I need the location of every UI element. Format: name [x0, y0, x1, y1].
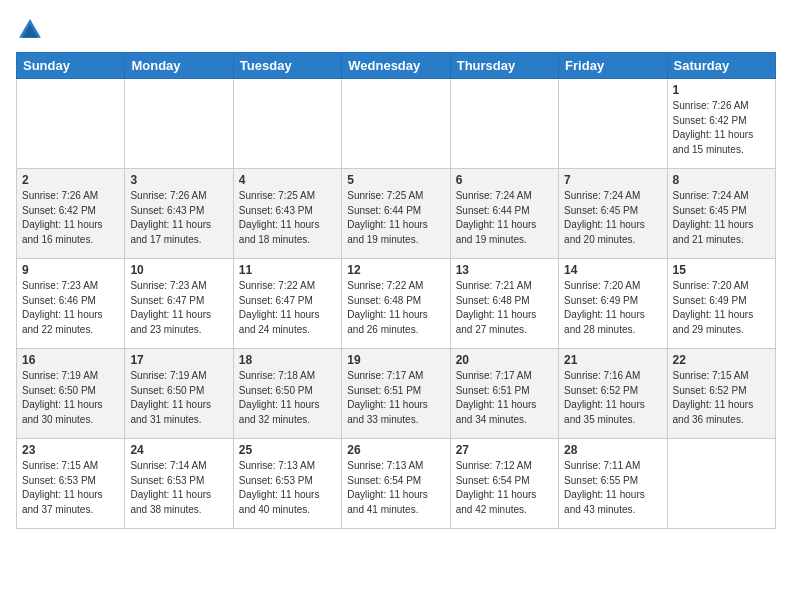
day-number: 17 [130, 353, 227, 367]
day-number: 6 [456, 173, 553, 187]
calendar-cell: 22Sunrise: 7:15 AM Sunset: 6:52 PM Dayli… [667, 349, 775, 439]
calendar-cell: 11Sunrise: 7:22 AM Sunset: 6:47 PM Dayli… [233, 259, 341, 349]
calendar-cell: 6Sunrise: 7:24 AM Sunset: 6:44 PM Daylig… [450, 169, 558, 259]
day-number: 24 [130, 443, 227, 457]
day-number: 1 [673, 83, 770, 97]
calendar-cell: 25Sunrise: 7:13 AM Sunset: 6:53 PM Dayli… [233, 439, 341, 529]
calendar-week-row: 23Sunrise: 7:15 AM Sunset: 6:53 PM Dayli… [17, 439, 776, 529]
calendar-cell: 28Sunrise: 7:11 AM Sunset: 6:55 PM Dayli… [559, 439, 667, 529]
day-info: Sunrise: 7:18 AM Sunset: 6:50 PM Dayligh… [239, 369, 336, 427]
calendar-cell [450, 79, 558, 169]
day-number: 23 [22, 443, 119, 457]
day-number: 26 [347, 443, 444, 457]
day-info: Sunrise: 7:19 AM Sunset: 6:50 PM Dayligh… [22, 369, 119, 427]
day-number: 9 [22, 263, 119, 277]
day-info: Sunrise: 7:26 AM Sunset: 6:43 PM Dayligh… [130, 189, 227, 247]
day-number: 20 [456, 353, 553, 367]
page-header [16, 16, 776, 44]
calendar-header-tuesday: Tuesday [233, 53, 341, 79]
day-info: Sunrise: 7:21 AM Sunset: 6:48 PM Dayligh… [456, 279, 553, 337]
day-info: Sunrise: 7:20 AM Sunset: 6:49 PM Dayligh… [564, 279, 661, 337]
calendar-header-friday: Friday [559, 53, 667, 79]
day-number: 21 [564, 353, 661, 367]
calendar-cell: 13Sunrise: 7:21 AM Sunset: 6:48 PM Dayli… [450, 259, 558, 349]
day-info: Sunrise: 7:14 AM Sunset: 6:53 PM Dayligh… [130, 459, 227, 517]
calendar-cell [17, 79, 125, 169]
calendar-cell [559, 79, 667, 169]
day-number: 18 [239, 353, 336, 367]
calendar-cell: 1Sunrise: 7:26 AM Sunset: 6:42 PM Daylig… [667, 79, 775, 169]
day-number: 22 [673, 353, 770, 367]
day-number: 2 [22, 173, 119, 187]
calendar-cell: 3Sunrise: 7:26 AM Sunset: 6:43 PM Daylig… [125, 169, 233, 259]
day-info: Sunrise: 7:23 AM Sunset: 6:46 PM Dayligh… [22, 279, 119, 337]
day-info: Sunrise: 7:24 AM Sunset: 6:45 PM Dayligh… [673, 189, 770, 247]
day-info: Sunrise: 7:26 AM Sunset: 6:42 PM Dayligh… [673, 99, 770, 157]
day-info: Sunrise: 7:17 AM Sunset: 6:51 PM Dayligh… [347, 369, 444, 427]
calendar-cell: 8Sunrise: 7:24 AM Sunset: 6:45 PM Daylig… [667, 169, 775, 259]
day-number: 10 [130, 263, 227, 277]
day-number: 27 [456, 443, 553, 457]
calendar-header-monday: Monday [125, 53, 233, 79]
day-info: Sunrise: 7:26 AM Sunset: 6:42 PM Dayligh… [22, 189, 119, 247]
calendar-cell: 15Sunrise: 7:20 AM Sunset: 6:49 PM Dayli… [667, 259, 775, 349]
day-number: 28 [564, 443, 661, 457]
day-info: Sunrise: 7:13 AM Sunset: 6:54 PM Dayligh… [347, 459, 444, 517]
day-number: 25 [239, 443, 336, 457]
day-info: Sunrise: 7:22 AM Sunset: 6:47 PM Dayligh… [239, 279, 336, 337]
calendar-cell: 9Sunrise: 7:23 AM Sunset: 6:46 PM Daylig… [17, 259, 125, 349]
calendar-cell: 24Sunrise: 7:14 AM Sunset: 6:53 PM Dayli… [125, 439, 233, 529]
calendar-week-row: 1Sunrise: 7:26 AM Sunset: 6:42 PM Daylig… [17, 79, 776, 169]
day-number: 8 [673, 173, 770, 187]
day-info: Sunrise: 7:25 AM Sunset: 6:43 PM Dayligh… [239, 189, 336, 247]
calendar-cell: 26Sunrise: 7:13 AM Sunset: 6:54 PM Dayli… [342, 439, 450, 529]
day-number: 5 [347, 173, 444, 187]
calendar-cell [342, 79, 450, 169]
calendar-cell: 17Sunrise: 7:19 AM Sunset: 6:50 PM Dayli… [125, 349, 233, 439]
day-number: 11 [239, 263, 336, 277]
day-info: Sunrise: 7:11 AM Sunset: 6:55 PM Dayligh… [564, 459, 661, 517]
day-info: Sunrise: 7:24 AM Sunset: 6:45 PM Dayligh… [564, 189, 661, 247]
day-info: Sunrise: 7:12 AM Sunset: 6:54 PM Dayligh… [456, 459, 553, 517]
day-info: Sunrise: 7:22 AM Sunset: 6:48 PM Dayligh… [347, 279, 444, 337]
calendar-cell: 5Sunrise: 7:25 AM Sunset: 6:44 PM Daylig… [342, 169, 450, 259]
day-info: Sunrise: 7:24 AM Sunset: 6:44 PM Dayligh… [456, 189, 553, 247]
day-number: 19 [347, 353, 444, 367]
day-info: Sunrise: 7:17 AM Sunset: 6:51 PM Dayligh… [456, 369, 553, 427]
day-number: 13 [456, 263, 553, 277]
day-info: Sunrise: 7:20 AM Sunset: 6:49 PM Dayligh… [673, 279, 770, 337]
calendar-week-row: 9Sunrise: 7:23 AM Sunset: 6:46 PM Daylig… [17, 259, 776, 349]
calendar-cell: 10Sunrise: 7:23 AM Sunset: 6:47 PM Dayli… [125, 259, 233, 349]
day-number: 12 [347, 263, 444, 277]
day-info: Sunrise: 7:16 AM Sunset: 6:52 PM Dayligh… [564, 369, 661, 427]
calendar-cell: 27Sunrise: 7:12 AM Sunset: 6:54 PM Dayli… [450, 439, 558, 529]
logo-icon [16, 16, 44, 44]
calendar-cell [125, 79, 233, 169]
calendar-cell: 23Sunrise: 7:15 AM Sunset: 6:53 PM Dayli… [17, 439, 125, 529]
calendar-cell: 20Sunrise: 7:17 AM Sunset: 6:51 PM Dayli… [450, 349, 558, 439]
day-info: Sunrise: 7:23 AM Sunset: 6:47 PM Dayligh… [130, 279, 227, 337]
calendar-cell: 2Sunrise: 7:26 AM Sunset: 6:42 PM Daylig… [17, 169, 125, 259]
calendar-header-row: SundayMondayTuesdayWednesdayThursdayFrid… [17, 53, 776, 79]
day-number: 15 [673, 263, 770, 277]
calendar-cell: 16Sunrise: 7:19 AM Sunset: 6:50 PM Dayli… [17, 349, 125, 439]
calendar-cell: 21Sunrise: 7:16 AM Sunset: 6:52 PM Dayli… [559, 349, 667, 439]
calendar-cell: 19Sunrise: 7:17 AM Sunset: 6:51 PM Dayli… [342, 349, 450, 439]
day-info: Sunrise: 7:15 AM Sunset: 6:52 PM Dayligh… [673, 369, 770, 427]
calendar-cell: 7Sunrise: 7:24 AM Sunset: 6:45 PM Daylig… [559, 169, 667, 259]
calendar-cell [233, 79, 341, 169]
calendar-cell: 14Sunrise: 7:20 AM Sunset: 6:49 PM Dayli… [559, 259, 667, 349]
day-info: Sunrise: 7:13 AM Sunset: 6:53 PM Dayligh… [239, 459, 336, 517]
day-info: Sunrise: 7:19 AM Sunset: 6:50 PM Dayligh… [130, 369, 227, 427]
day-info: Sunrise: 7:25 AM Sunset: 6:44 PM Dayligh… [347, 189, 444, 247]
day-number: 16 [22, 353, 119, 367]
calendar-header-sunday: Sunday [17, 53, 125, 79]
calendar-table: SundayMondayTuesdayWednesdayThursdayFrid… [16, 52, 776, 529]
day-number: 3 [130, 173, 227, 187]
calendar-week-row: 2Sunrise: 7:26 AM Sunset: 6:42 PM Daylig… [17, 169, 776, 259]
calendar-cell: 18Sunrise: 7:18 AM Sunset: 6:50 PM Dayli… [233, 349, 341, 439]
calendar-cell [667, 439, 775, 529]
calendar-header-saturday: Saturday [667, 53, 775, 79]
day-info: Sunrise: 7:15 AM Sunset: 6:53 PM Dayligh… [22, 459, 119, 517]
calendar-week-row: 16Sunrise: 7:19 AM Sunset: 6:50 PM Dayli… [17, 349, 776, 439]
